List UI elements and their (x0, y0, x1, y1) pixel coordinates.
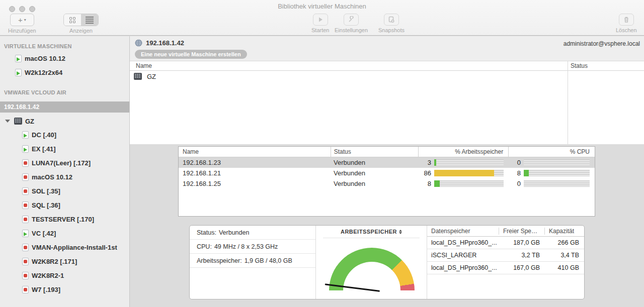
start-label: Starten (311, 27, 329, 33)
datastore-capacity: 410 GB (544, 264, 583, 271)
column-header-name[interactable]: Name (179, 148, 331, 155)
host-label: GZ (25, 118, 34, 125)
vm-running-icon (22, 230, 29, 237)
server-title: 192.168.1.42 (146, 39, 184, 47)
datastore-free: 187,0 GB (499, 239, 544, 246)
column-header-capacity[interactable]: Kapazität (545, 228, 584, 235)
vm-label: W2K8R2 [.171] (32, 258, 77, 265)
host-name: 192.168.1.21 (179, 169, 331, 177)
datastore-name: iSCSI_LARGER (427, 252, 499, 259)
datastore-table-header: Datenspeicher Freier Spe… Kapazität (427, 226, 584, 237)
add-button-label: Hinzufügen (8, 28, 36, 34)
vm-stopped-icon (22, 201, 29, 209)
delete-button[interactable] (619, 14, 634, 26)
list-view-icon (86, 17, 94, 24)
host-status: Verbunden (331, 180, 418, 187)
host-name: 192.168.1.23 (179, 159, 331, 166)
column-header-status[interactable]: Status (571, 62, 588, 69)
vm-running-icon (15, 69, 22, 76)
column-header-name[interactable]: Name (136, 62, 152, 69)
mem-percent: 3 (418, 159, 431, 166)
sidebar-item-vm[interactable]: macOS 10.12 (0, 51, 129, 65)
toolbar: Bibliothek virtueller Maschinen + ▾ Hinz… (0, 0, 644, 36)
vm-running-icon (22, 131, 29, 139)
trash-icon (623, 16, 630, 23)
sidebar-item-vm[interactable]: SOL [.35] (0, 184, 129, 198)
sidebar-item-vm[interactable]: SQL [.36] (0, 198, 129, 212)
grid-view-button[interactable] (64, 14, 81, 26)
host-summary: Status: Verbunden CPU: 49 MHz / 8 x 2,53… (190, 226, 316, 299)
table-row[interactable]: GZ (130, 71, 644, 82)
sidebar-item-vm[interactable]: LUNA7(Leer) [.172] (0, 156, 129, 170)
sidebar-item-vm[interactable]: TESTSERVER [.170] (0, 212, 129, 226)
globe-icon (135, 39, 142, 47)
gauge-title: ARBEITSSPEICHER (341, 229, 397, 235)
app-window: Bibliothek virtueller Maschinen + ▾ Hinz… (0, 0, 644, 307)
view-segmented-control (63, 14, 99, 26)
cpu-bar (524, 180, 590, 187)
table-row[interactable]: local_DS_HPpro360_... 187,0 GB 266 GB (427, 237, 584, 249)
column-header-cpu[interactable]: % CPU (509, 148, 595, 155)
vm-stopped-icon (22, 159, 29, 167)
table-row[interactable]: local_DS_HPpro360_... 167,0 GB 410 GB (427, 262, 584, 274)
start-vm-button[interactable] (313, 14, 328, 26)
table-row[interactable]: 192.168.1.21 Verbunden 86 8 (179, 168, 595, 178)
sidebar-item-vm[interactable]: VC [.42] (0, 226, 129, 240)
column-header-status[interactable]: Status (331, 148, 419, 155)
cpu-row: CPU: 49 MHz / 8 x 2,53 GHz (190, 240, 315, 254)
vm-running-icon (15, 55, 22, 62)
column-header-free[interactable]: Freier Spe… (499, 228, 544, 235)
cpu-label: CPU: (197, 243, 212, 250)
column-header-mem[interactable]: % Arbeitsspeicher (419, 148, 508, 155)
vm-stopped-icon (22, 187, 29, 195)
sidebar-item-vm[interactable]: macOS 10.12 (0, 170, 129, 184)
add-button[interactable]: + ▾ (10, 14, 34, 26)
create-vm-button[interactable]: Eine neue virtuelle Maschine erstellen (135, 50, 247, 59)
cpu-percent: 8 (508, 169, 521, 177)
host-status: Verbunden (331, 169, 418, 177)
sidebar-section-vcloud: VMWARE VCLOUD AIR (0, 87, 129, 97)
memory-label: Arbeitsspeicher: (197, 257, 242, 264)
vm-label: VMAN-Appliance-Install-1st (32, 244, 117, 251)
host-status: Verbunden (331, 159, 418, 166)
sidebar-item-vm[interactable]: VMAN-Appliance-Install-1st (0, 240, 129, 254)
vm-label: VC [.42] (32, 230, 56, 237)
server-header: 192.168.1.42 administrator@vsphere.local… (130, 36, 644, 61)
cpu-percent: 0 (508, 159, 521, 166)
mem-percent: 86 (418, 169, 431, 177)
datastore-free: 3,2 TB (499, 252, 544, 259)
column-header-datastore[interactable]: Datenspeicher (427, 228, 499, 235)
mem-bar (434, 159, 504, 166)
vm-label: SOL [.35] (32, 187, 60, 195)
settings-button[interactable] (344, 14, 359, 26)
table-row[interactable]: iSCSI_LARGER 3,2 TB 3,4 TB (427, 249, 584, 262)
table-row[interactable]: 192.168.1.25 Verbunden 8 0 (179, 178, 595, 189)
sidebar-item-vm[interactable]: DC [.40] (0, 128, 129, 142)
table-row[interactable]: 192.168.1.23 Verbunden 3 0 (179, 157, 595, 168)
memory-gauge (329, 248, 415, 296)
sidebar-item-vm[interactable]: W2K8R2 [.171] (0, 254, 129, 268)
host-detail-panel: Status: Verbunden CPU: 49 MHz / 8 x 2,53… (189, 225, 585, 299)
sidebar: VIRTUELLE MASCHINEN macOS 10.12 W2k12r2x… (0, 36, 130, 307)
play-icon (317, 16, 324, 23)
memory-value: 1,9 GB / 48,0 GB (245, 257, 292, 264)
account-name: administrator@vsphere.local (564, 40, 640, 47)
sidebar-item-server[interactable]: 192.168.1.42 (0, 101, 129, 113)
sidebar-item-vm[interactable]: W7 [.193] (0, 282, 129, 296)
status-value: Verbunden (219, 229, 249, 236)
sidebar-item-vm[interactable]: W2K8R2-1 (0, 268, 129, 282)
vm-stopped-icon (22, 216, 29, 223)
list-view-button[interactable] (81, 14, 98, 26)
datastore-table: Datenspeicher Freier Spe… Kapazität loca… (427, 226, 584, 299)
gauge-metric-selector[interactable]: ARBEITSSPEICHER (316, 226, 427, 238)
snapshots-button[interactable] (384, 14, 399, 26)
datastore-capacity: 266 GB (544, 239, 583, 246)
sidebar-item-host[interactable]: GZ (0, 115, 129, 128)
sidebar-item-vm[interactable]: W2k12r2x64 (0, 65, 129, 79)
vm-label: EX [.41] (32, 145, 56, 153)
cpu-bar (524, 159, 590, 166)
host-name: 192.168.1.25 (179, 180, 331, 187)
sidebar-item-vm[interactable]: EX [.41] (0, 142, 129, 156)
disclosure-triangle-icon[interactable] (5, 120, 10, 123)
vm-running-icon (22, 145, 29, 153)
